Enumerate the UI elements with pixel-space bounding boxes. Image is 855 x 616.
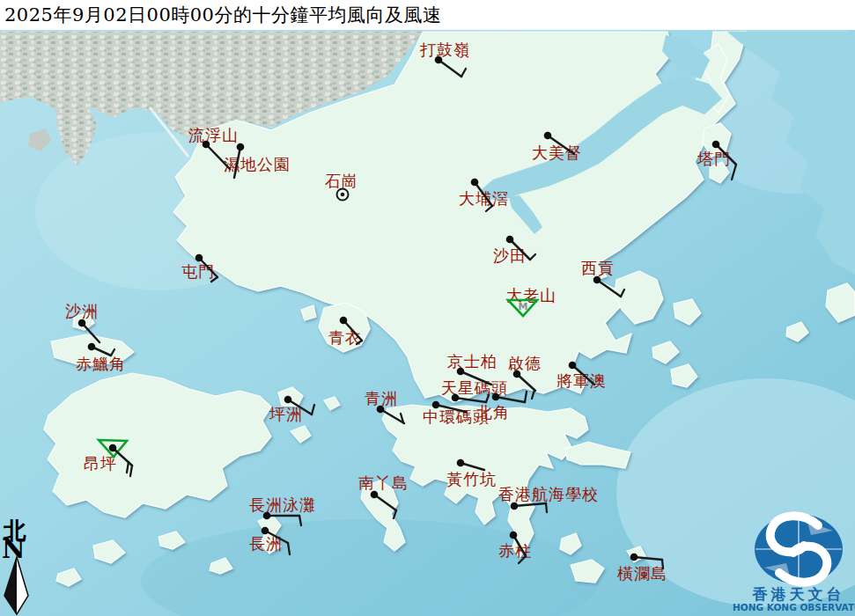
logo-name-en: HONG KONG OBSERVATORY (733, 602, 855, 612)
hko-logo (755, 514, 843, 584)
compass-north-letter: N (2, 534, 26, 564)
map-title: 2025年9月02日00時00分的十分鐘平均風向及風速 (0, 0, 855, 30)
base-map-canvas (0, 0, 855, 616)
weather-map: 打鼓嶺流浮山濕地公園石崗大埔滘大美督塔門沙田西貢屯門沙洲赤鱲角青衣大老山京士柏啟… (0, 0, 855, 616)
